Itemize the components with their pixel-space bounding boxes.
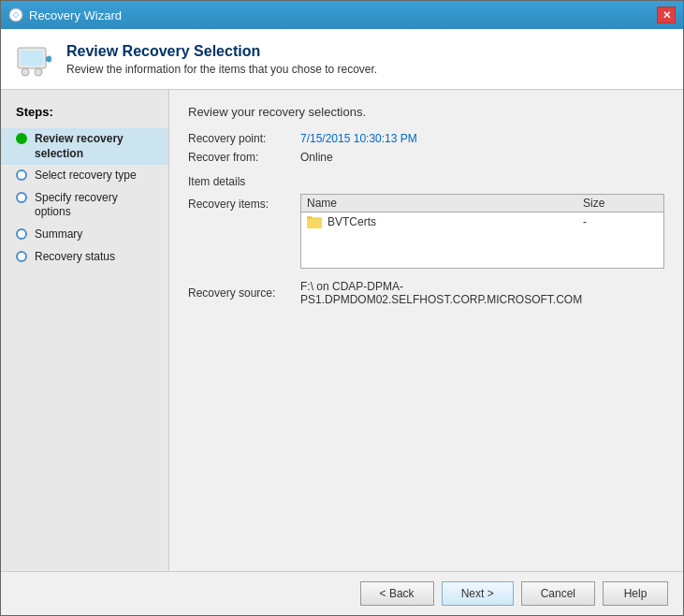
footer: < Back Next > Cancel Help bbox=[1, 571, 683, 615]
close-button[interactable]: ✕ bbox=[657, 7, 676, 23]
header-title: Review Recovery Selection bbox=[66, 43, 377, 60]
recovery-items-label: Recovery items: bbox=[188, 194, 291, 211]
cancel-button[interactable]: Cancel bbox=[521, 581, 595, 606]
title-text: Recovery Wizard bbox=[29, 8, 122, 22]
svg-point-4 bbox=[22, 68, 29, 76]
sidebar-item-recovery-status[interactable]: Recovery status bbox=[1, 246, 168, 269]
step-label-summary: Summary bbox=[35, 227, 82, 242]
svg-point-1 bbox=[14, 13, 18, 17]
header-text: Review Recovery Selection Review the inf… bbox=[66, 43, 377, 76]
sidebar-item-review[interactable]: Review recovery selection bbox=[1, 128, 168, 165]
content-area: Steps: Review recovery selection Select … bbox=[1, 90, 683, 571]
steps-label: Steps: bbox=[1, 105, 168, 128]
sidebar: Steps: Review recovery selection Select … bbox=[1, 90, 169, 571]
recover-from-row: Recover from: Online bbox=[188, 151, 664, 164]
review-instruction: Review your recovery selections. bbox=[188, 105, 664, 119]
help-button[interactable]: Help bbox=[603, 581, 668, 606]
recovery-items-container: Recovery items: Name Size BVTCerts bbox=[188, 194, 664, 269]
item-size: - bbox=[583, 215, 658, 228]
step-dot-select-type bbox=[16, 169, 27, 181]
step-dot-review bbox=[16, 133, 27, 144]
recovery-wizard-window: Recovery Wizard ✕ Review Recovery Select… bbox=[0, 0, 684, 616]
item-details-section: Item details Recovery items: Name Size bbox=[188, 175, 664, 306]
step-dot-specify-options bbox=[16, 192, 27, 203]
header-section: Review Recovery Selection Review the inf… bbox=[1, 29, 683, 90]
step-label-recovery-status: Recovery status bbox=[35, 250, 115, 265]
recovery-point-row: Recovery point: 7/15/2015 10:30:13 PM bbox=[188, 132, 664, 145]
items-table-header: Name Size bbox=[301, 195, 663, 213]
recover-from-value: Online bbox=[300, 151, 333, 164]
folder-icon bbox=[307, 215, 322, 228]
header-icon bbox=[16, 40, 53, 78]
recovery-source-label: Recovery source: bbox=[188, 286, 300, 300]
item-details-label: Item details bbox=[188, 175, 664, 188]
main-content: Review your recovery selections. Recover… bbox=[169, 90, 683, 571]
title-bar-left: Recovery Wizard bbox=[8, 7, 122, 22]
back-button[interactable]: < Back bbox=[360, 581, 434, 606]
col-header-size: Size bbox=[583, 197, 658, 210]
recover-from-label: Recover from: bbox=[188, 151, 300, 164]
sidebar-item-specify-options[interactable]: Specify recovery options bbox=[1, 187, 168, 224]
step-label-select-type: Select recovery type bbox=[35, 169, 137, 183]
recovery-source-value: F:\ on CDAP-DPMA-PS1.DPMDOM02.SELFHOST.C… bbox=[300, 280, 664, 306]
recovery-point-label: Recovery point: bbox=[188, 132, 300, 145]
next-button[interactable]: Next > bbox=[442, 581, 514, 606]
recovery-point-value: 7/15/2015 10:30:13 PM bbox=[300, 132, 417, 145]
col-header-name: Name bbox=[307, 197, 583, 210]
table-row[interactable]: BVTCerts - bbox=[301, 213, 663, 231]
step-dot-summary bbox=[16, 228, 27, 240]
sidebar-item-select-type[interactable]: Select recovery type bbox=[1, 165, 168, 187]
step-label-review: Review recovery selection bbox=[35, 132, 153, 161]
title-bar: Recovery Wizard ✕ bbox=[1, 1, 683, 29]
recovery-source-row: Recovery source: F:\ on CDAP-DPMA-PS1.DP… bbox=[188, 280, 664, 306]
app-icon bbox=[8, 7, 23, 22]
header-subtitle: Review the information for the items tha… bbox=[66, 63, 377, 76]
items-table: Name Size BVTCerts - bbox=[300, 194, 664, 269]
sidebar-item-summary[interactable]: Summary bbox=[1, 224, 168, 246]
step-label-specify-options: Specify recovery options bbox=[35, 191, 153, 220]
svg-rect-3 bbox=[21, 51, 43, 66]
item-name: BVTCerts bbox=[327, 215, 577, 228]
step-dot-recovery-status bbox=[16, 251, 27, 262]
svg-point-5 bbox=[35, 68, 42, 76]
